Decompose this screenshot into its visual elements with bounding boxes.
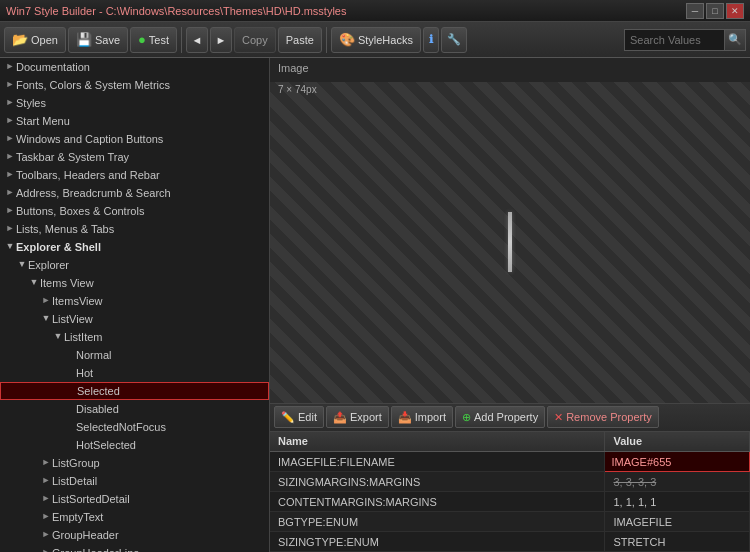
open-button[interactable]: 📂 Open [4,27,66,53]
minimize-button[interactable]: ─ [686,3,704,19]
tree-arrow: ► [40,511,52,523]
tree-arrow: ► [40,295,52,307]
tree-item[interactable]: ►GroupHeaderLine [0,544,269,552]
tree-item[interactable]: ▼Explorer [0,256,269,274]
import-label: Import [415,411,446,423]
tree-item[interactable]: Hot [0,364,269,382]
tree-item[interactable]: ►ListSortedDetail [0,490,269,508]
table-row[interactable]: SIZINGMARGINS:MARGINS3, 3, 3, 3 [270,472,750,492]
tree-item[interactable]: ▼Items View [0,274,269,292]
tree-arrow: ▼ [16,259,28,271]
tree-label: Start Menu [16,115,70,127]
toolbar-sep2 [326,27,327,53]
tree-label: Normal [76,349,111,361]
tree-label: Disabled [76,403,119,415]
tree-label: GroupHeaderLine [52,547,139,552]
image-label: Image [278,62,309,74]
info-button[interactable]: ℹ [423,27,439,53]
tree-item[interactable]: ►ListDetail [0,472,269,490]
prop-name: SIZINGTYPE:ENUM [270,532,605,552]
stylehacks-label: StyleHacks [358,34,413,46]
remove-property-button[interactable]: ✕ Remove Property [547,406,659,428]
tree-item[interactable]: ►Address, Breadcrumb & Search [0,184,269,202]
tree-arrow: ► [4,223,16,235]
tree-item[interactable]: ►Documentation [0,58,269,76]
image-canvas: 7 × 74px [270,82,750,403]
preview-image [508,212,512,272]
search-input[interactable] [624,29,724,51]
tree-label: Taskbar & System Tray [16,151,129,163]
prop-value: 1, 1, 1, 1 [605,492,750,512]
copy-label: Copy [242,34,268,46]
tree-arrow: ► [40,547,52,552]
tree-arrow: ► [4,97,16,109]
tree-arrow: ► [4,169,16,181]
tree-item[interactable]: ►Windows and Caption Buttons [0,130,269,148]
tree-item[interactable]: ►EmptyText [0,508,269,526]
tree-item[interactable]: Normal [0,346,269,364]
tree-item[interactable]: ►GroupHeader [0,526,269,544]
tree-arrow: ► [4,79,16,91]
tree-item[interactable]: ►ListGroup [0,454,269,472]
tree-label: ListItem [64,331,103,343]
props-table[interactable]: Name Value IMAGEFILE:FILENAMEIMAGE#655SI… [270,432,750,553]
add-property-label: Add Property [474,411,538,423]
tree-label: Hot [76,367,93,379]
tree-label: Fonts, Colors & System Metrics [16,79,170,91]
save-label: Save [95,34,120,46]
title-text: Win7 Style Builder - C:\Windows\Resource… [6,5,346,17]
props-body: IMAGEFILE:FILENAMEIMAGE#655SIZINGMARGINS… [270,452,750,552]
add-property-button[interactable]: ⊕ Add Property [455,406,545,428]
tree-label: ListDetail [52,475,97,487]
test-button[interactable]: ● Test [130,27,177,53]
tree-item[interactable]: HotSelected [0,436,269,454]
tree-item[interactable]: Disabled [0,400,269,418]
tree-arrow: ► [4,115,16,127]
edit-button[interactable]: ✏️ Edit [274,406,324,428]
tree-item[interactable]: ▼ListView [0,310,269,328]
tree-arrow: ► [40,529,52,541]
close-button[interactable]: ✕ [726,3,744,19]
tree-item[interactable]: ▼Explorer & Shell [0,238,269,256]
tree-item[interactable]: Selected [0,382,269,400]
table-row[interactable]: CONTENTMARGINS:MARGINS1, 1, 1, 1 [270,492,750,512]
tree-item[interactable]: ►ItemsView [0,292,269,310]
stylehacks-icon: 🎨 [339,32,355,47]
tree-item[interactable]: ►Fonts, Colors & System Metrics [0,76,269,94]
tree-arrow: ► [4,61,16,73]
tree-item[interactable]: ►Lists, Menus & Tabs [0,220,269,238]
maximize-button[interactable]: □ [706,3,724,19]
col-value: Value [605,432,750,452]
back-button[interactable]: ◄ [186,27,208,53]
save-button[interactable]: 💾 Save [68,27,128,53]
tree-label: HotSelected [76,439,136,451]
tree-item[interactable]: ▼ListItem [0,328,269,346]
tree-label: Explorer & Shell [16,241,101,253]
tree-item[interactable]: ►Styles [0,94,269,112]
tree-item[interactable]: ►Taskbar & System Tray [0,148,269,166]
stylehacks-button[interactable]: 🎨 StyleHacks [331,27,421,53]
tree-item[interactable]: ►Start Menu [0,112,269,130]
table-row[interactable]: IMAGEFILE:FILENAMEIMAGE#655 [270,452,750,472]
right-panel: Image 7 × 74px ✏️ Edit 📤 Export 📥 Import… [270,58,750,552]
prop-value: 3, 3, 3, 3 [605,472,750,492]
forward-button[interactable]: ► [210,27,232,53]
tree-item[interactable]: SelectedNotFocus [0,418,269,436]
title-bar: Win7 Style Builder - C:\Windows\Resource… [0,0,750,22]
tools-button[interactable]: 🔧 [441,27,467,53]
test-icon: ● [138,32,146,47]
export-button[interactable]: 📤 Export [326,406,389,428]
table-row[interactable]: BGTYPE:ENUMIMAGEFILE [270,512,750,532]
tree-panel[interactable]: ►Documentation►Fonts, Colors & System Me… [0,58,270,552]
tree-label: ListView [52,313,93,325]
tree-item[interactable]: ►Toolbars, Headers and Rebar [0,166,269,184]
search-button[interactable]: 🔍 [724,29,746,51]
tree-item[interactable]: ►Buttons, Boxes & Controls [0,202,269,220]
import-button[interactable]: 📥 Import [391,406,453,428]
copy-button[interactable]: Copy [234,27,276,53]
tree-label: Buttons, Boxes & Controls [16,205,144,217]
paste-button[interactable]: Paste [278,27,322,53]
table-row[interactable]: SIZINGTYPE:ENUMSTRETCH [270,532,750,552]
open-label: Open [31,34,58,46]
prop-toolbar: ✏️ Edit 📤 Export 📥 Import ⊕ Add Property… [270,404,750,432]
